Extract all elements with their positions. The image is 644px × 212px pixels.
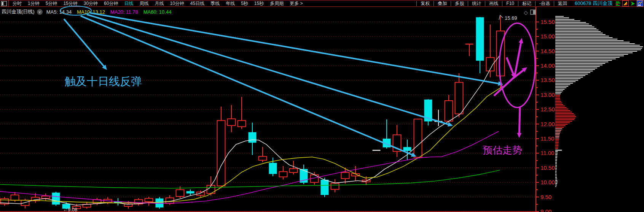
- forecast-note: 预估走势: [483, 144, 522, 156]
- toolbar-button-8[interactable]: 返回: [554, 1, 571, 6]
- period-item-6[interactable]: 日线: [121, 0, 136, 7]
- toolbar-right: 复权叠加多股统计画线F10标记-自选返回 600678 四川金顶: [416, 0, 644, 6]
- menubar-divider: [8, 0, 9, 6]
- ma-line-ma5: [0, 55, 500, 205]
- period-item-12[interactable]: 年线: [223, 0, 238, 7]
- axis-label: 9.50: [540, 194, 552, 200]
- annotations: 触及十日线反弹预估走势15.69←9.08: [60, 6, 535, 212]
- axis-label: 11.00: [540, 150, 554, 156]
- split-view-icon: [531, 10, 536, 14]
- stock-code-label[interactable]: 600678 四川金顶: [571, 0, 615, 7]
- panel-toggle-icon[interactable]: [1, 1, 7, 6]
- period-item-15[interactable]: 多周期: [267, 0, 287, 7]
- ma-label-2: MA20: 11.78: [110, 9, 138, 15]
- toolbar-button-6[interactable]: 标记: [518, 1, 535, 6]
- toolbar-button-0[interactable]: 复权: [416, 1, 434, 6]
- axis-label: 11.50: [540, 135, 554, 142]
- next-arrow-icon[interactable]: [630, 1, 636, 6]
- toolbar-button-7[interactable]: -自选: [535, 1, 554, 6]
- period-item-16[interactable]: 更多 >: [287, 0, 306, 7]
- period-item-11[interactable]: 季线: [207, 0, 223, 7]
- axis-label: 12.50: [540, 106, 555, 112]
- ma-value-labels: MA5: 14.34MA10: 13.12MA20: 11.78MA60: 10…: [46, 9, 177, 15]
- period-item-2[interactable]: 5分钟: [43, 0, 61, 7]
- period-item-14[interactable]: 15秒: [251, 0, 267, 7]
- price-axis: 15.5015.0014.5014.0013.5013.0012.5012.00…: [0, 7, 555, 212]
- period-item-13[interactable]: 5秒: [238, 0, 251, 7]
- period-item-8[interactable]: 月线: [151, 0, 167, 7]
- axis-label: 12.00: [540, 121, 555, 127]
- ma-line-ma60: [0, 170, 500, 188]
- toolbar-buttons: 复权叠加多股统计画线F10标记-自选返回: [416, 0, 571, 6]
- chart-corner-icons: ◇: [524, 9, 536, 16]
- axis-label: 14.50: [540, 48, 555, 54]
- axis-label: 13.50: [540, 77, 555, 83]
- chart-title: 四川金顶(日线): [0, 8, 37, 15]
- chevron-down-icon[interactable]: ∨: [37, 9, 43, 15]
- axis-label: 15.50: [540, 19, 555, 25]
- toolbar-button-4[interactable]: 画线: [485, 1, 502, 6]
- period-menu: 分时1分钟5分钟15分钟30分钟60分钟日线周线月线10分钟45日线季线年线5秒…: [10, 0, 306, 7]
- period-item-5[interactable]: 60分钟: [101, 0, 121, 7]
- touch-ma10-note: 触及十日线反弹: [65, 75, 142, 87]
- axis-label: 9.00: [540, 208, 552, 212]
- ma-line-ma10: [0, 85, 506, 203]
- price-chart-canvas[interactable]: 15.5015.0014.5014.0013.5013.0012.5012.00…: [0, 0, 644, 212]
- period-item-3[interactable]: 15分钟: [60, 0, 80, 7]
- axis-label: 13.00: [540, 92, 555, 98]
- ma-label-0: MA5: 14.34: [46, 9, 72, 15]
- cost-marker: [555, 150, 562, 151]
- volume-profile: [555, 16, 643, 187]
- period-item-0[interactable]: 分时: [10, 0, 25, 7]
- ma-lines: [0, 55, 506, 205]
- period-item-1[interactable]: 1分钟: [25, 0, 43, 7]
- axis-label: 10.50: [540, 165, 555, 171]
- toolbar-button-1[interactable]: 叠加: [434, 1, 451, 6]
- top-menubar: 分时1分钟5分钟15分钟30分钟60分钟日线周线月线10分钟45日线季线年线5秒…: [0, 0, 644, 7]
- axis-label: 10.00: [540, 179, 555, 185]
- ma-label-1: MA10: 13.12: [77, 9, 105, 15]
- indicator-row: 四川金顶(日线) ∨ MA5: 14.34MA10: 13.12MA20: 11…: [0, 7, 177, 16]
- toolbar-button-5[interactable]: F10: [502, 1, 518, 6]
- ma-line-ma20: [0, 131, 499, 204]
- axis-label: 15.00: [540, 33, 555, 40]
- high-price-label: 15.69: [505, 15, 517, 21]
- axis-label: 14.00: [540, 62, 555, 69]
- toolbar-button-3[interactable]: 统计: [468, 1, 485, 6]
- rank-bars-icon[interactable]: [615, 1, 621, 6]
- toolbar-icon-group: [615, 0, 644, 6]
- flag-marker-icon[interactable]: [622, 0, 629, 6]
- period-item-10[interactable]: 45日线: [187, 0, 207, 7]
- ma-label-3: MA60: 10.44: [143, 9, 172, 15]
- period-item-4[interactable]: 30分钟: [81, 0, 101, 7]
- candles: [1, 16, 505, 209]
- chart-window-icon[interactable]: [637, 0, 643, 6]
- period-item-7[interactable]: 周线: [136, 0, 151, 7]
- app-window: 分时1分钟5分钟15分钟30分钟60分钟日线周线月线10分钟45日线季线年线5秒…: [0, 0, 644, 212]
- period-item-9[interactable]: 10分钟: [167, 0, 187, 7]
- diamond-icon: ◇: [524, 9, 528, 16]
- grid-lines: [0, 22, 535, 212]
- low-price-label: ←9.08: [63, 207, 77, 212]
- forecast-circle: [499, 23, 535, 108]
- toolbar-button-2[interactable]: 多股: [451, 1, 468, 6]
